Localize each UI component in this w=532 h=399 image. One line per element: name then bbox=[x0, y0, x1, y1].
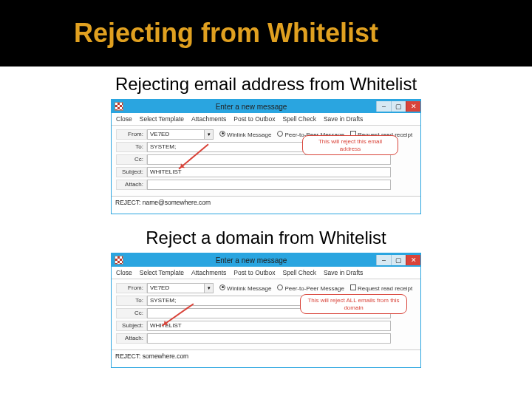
radio-winlink[interactable]: Winlink Message bbox=[219, 284, 271, 292]
app-icon bbox=[115, 256, 123, 265]
subject-label: Subject: bbox=[116, 321, 147, 331]
from-input[interactable]: VE7ED bbox=[147, 283, 205, 293]
cc-label: Cc: bbox=[116, 308, 147, 318]
toolbar-close[interactable]: Close bbox=[116, 115, 132, 123]
toolbar-spell-check[interactable]: Spell Check bbox=[283, 269, 316, 276]
attach-input[interactable] bbox=[147, 180, 391, 190]
toolbar-attachments[interactable]: Attachments bbox=[191, 115, 226, 123]
window-title: Enter a new message bbox=[126, 103, 376, 111]
radio-winlink[interactable]: Winlink Message bbox=[219, 131, 271, 138]
checkbox-receipt[interactable]: Request read receipt bbox=[350, 284, 412, 292]
app-window-1: Enter a new message – ▢ ✕ Close Select T… bbox=[111, 99, 421, 214]
slide-title: Rejecting from Whitelist bbox=[74, 18, 378, 49]
title-bar: Rejecting from Whitelist bbox=[0, 0, 532, 66]
callout-2: This will reject ALL emails from this do… bbox=[300, 294, 407, 314]
close-button[interactable]: ✕ bbox=[406, 101, 420, 112]
subject-label: Subject: bbox=[116, 167, 147, 177]
from-dropdown-icon[interactable]: ▾ bbox=[205, 129, 214, 140]
maximize-button[interactable]: ▢ bbox=[391, 255, 406, 265]
section2-heading: Reject a domain from Whitelist bbox=[0, 228, 532, 248]
to-label: To: bbox=[116, 142, 147, 152]
from-label: From: bbox=[116, 283, 147, 293]
window-buttons: – ▢ ✕ bbox=[376, 101, 420, 112]
window-title: Enter a new message bbox=[126, 256, 376, 265]
toolbar-post-outbox[interactable]: Post to Outbox bbox=[233, 115, 275, 123]
attach-label: Attach: bbox=[116, 333, 147, 344]
toolbar-select-template[interactable]: Select Template bbox=[140, 115, 184, 123]
slide: Rejecting from Whitelist Rejecting email… bbox=[0, 0, 532, 399]
toolbar-attachments[interactable]: Attachments bbox=[191, 269, 226, 276]
cc-label: Cc: bbox=[116, 154, 147, 165]
from-input[interactable]: VE7ED bbox=[147, 129, 205, 140]
form-area: From: VE7ED ▾ Winlink Message Peer-to-Pe… bbox=[112, 279, 420, 349]
toolbar-spell-check[interactable]: Spell Check bbox=[283, 115, 316, 123]
radio-p2p[interactable]: Peer-to-Peer Message bbox=[277, 284, 344, 292]
toolbar-save-drafts[interactable]: Save in Drafts bbox=[324, 269, 363, 276]
minimize-button[interactable]: – bbox=[376, 255, 391, 265]
attach-input[interactable] bbox=[147, 333, 391, 344]
toolbar-close[interactable]: Close bbox=[116, 269, 132, 276]
close-button[interactable]: ✕ bbox=[406, 255, 420, 265]
from-dropdown-icon[interactable]: ▾ bbox=[205, 283, 214, 293]
maximize-button[interactable]: ▢ bbox=[391, 101, 406, 112]
from-label: From: bbox=[116, 129, 147, 140]
subject-input[interactable]: WHITELIST bbox=[147, 321, 391, 331]
window-buttons: – ▢ ✕ bbox=[376, 255, 420, 265]
toolbar: Close Select Template Attachments Post t… bbox=[112, 267, 420, 279]
callout-1: This will reject this email address bbox=[302, 135, 398, 155]
message-body[interactable]: REJECT: name@somewhere.com bbox=[112, 196, 420, 214]
app-icon bbox=[115, 102, 123, 111]
toolbar-post-outbox[interactable]: Post to Outbox bbox=[233, 269, 275, 276]
app-window-2: Enter a new message – ▢ ✕ Close Select T… bbox=[111, 253, 421, 368]
minimize-button[interactable]: – bbox=[376, 101, 391, 112]
toolbar-select-template[interactable]: Select Template bbox=[140, 269, 184, 276]
message-body[interactable]: REJECT: somewhere.com bbox=[112, 349, 420, 367]
titlebar: Enter a new message – ▢ ✕ bbox=[112, 253, 420, 267]
section1-heading: Rejecting email address from Whitelist bbox=[0, 74, 532, 95]
toolbar: Close Select Template Attachments Post t… bbox=[112, 113, 420, 126]
attach-label: Attach: bbox=[116, 180, 147, 190]
to-label: To: bbox=[116, 296, 147, 306]
toolbar-save-drafts[interactable]: Save in Drafts bbox=[324, 115, 363, 123]
titlebar: Enter a new message – ▢ ✕ bbox=[112, 100, 420, 113]
